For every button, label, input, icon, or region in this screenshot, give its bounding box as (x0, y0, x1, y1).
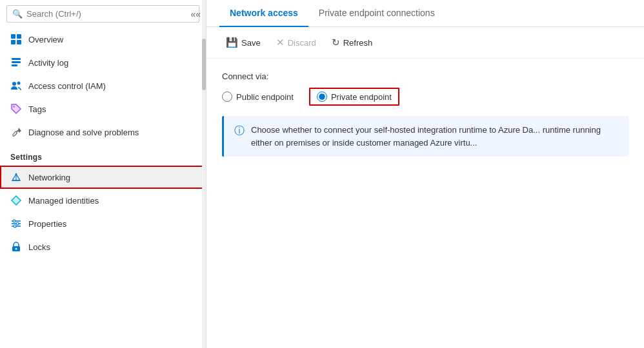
discard-button[interactable]: ✕ Discard (270, 34, 323, 52)
public-endpoint-option[interactable]: Public endpoint (222, 92, 294, 102)
grid-icon (10, 34, 22, 45)
public-endpoint-label: Public endpoint (236, 92, 294, 102)
tab-bar: Network access Private endpoint connecti… (206, 0, 644, 27)
settings-section-header: Settings (0, 144, 206, 166)
people-icon (10, 80, 22, 92)
sidebar-item-diagnose-label: Diagnose and solve problems (28, 128, 139, 137)
lock-icon (10, 241, 22, 253)
sidebar-item-iam-label: Access control (IAM) (28, 81, 106, 91)
sidebar-item-activity-log-label: Activity log (28, 58, 68, 68)
info-icon: ⓘ (234, 124, 245, 138)
svg-point-18 (15, 248, 17, 250)
svg-rect-5 (12, 61, 21, 63)
save-icon: 💾 (226, 37, 238, 48)
svg-rect-2 (11, 40, 15, 44)
private-endpoint-radio[interactable] (317, 92, 327, 102)
svg-point-15 (16, 222, 19, 225)
refresh-icon: ↻ (332, 37, 340, 48)
svg-point-14 (13, 220, 15, 222)
toolbar: 💾 Save ✕ Discard ↻ Refresh (206, 27, 644, 59)
sidebar-item-properties-label: Properties (28, 219, 66, 229)
svg-rect-1 (17, 34, 21, 39)
search-box[interactable]: 🔍 (6, 5, 199, 23)
log-icon (10, 57, 22, 68)
sidebar: 🔍 «« Overview Activity log (0, 0, 206, 348)
private-endpoint-option[interactable]: Private endpoint (317, 92, 392, 102)
search-icon: 🔍 (12, 9, 23, 19)
sidebar-item-managed-identities-label: Managed identities (28, 196, 99, 206)
connection-type-radio-group: Public endpoint Private endpoint (222, 88, 629, 106)
save-button[interactable]: 💾 Save (219, 34, 267, 52)
public-endpoint-radio[interactable] (222, 92, 232, 102)
tag-icon (10, 103, 22, 115)
svg-point-8 (17, 82, 21, 85)
tab-private-endpoint-connections[interactable]: Private endpoint connections (308, 0, 445, 27)
discard-icon: ✕ (276, 37, 285, 48)
sidebar-item-networking-label: Networking (28, 173, 70, 182)
sidebar-item-locks[interactable]: Locks (0, 235, 206, 258)
sliders-icon (10, 218, 22, 229)
svg-point-16 (14, 225, 16, 227)
content-area: Connect via: Public endpoint Private end… (206, 59, 644, 348)
tab-network-access[interactable]: Network access (219, 0, 308, 27)
sidebar-item-access-control[interactable]: Access control (IAM) (0, 74, 206, 97)
svg-rect-0 (11, 34, 15, 39)
main-content: Network access Private endpoint connecti… (206, 0, 644, 348)
sidebar-item-networking[interactable]: Networking (0, 166, 206, 189)
sidebar-item-overview-label: Overview (28, 35, 63, 44)
sidebar-item-tags-label: Tags (28, 104, 46, 114)
svg-point-10 (15, 173, 17, 175)
refresh-button[interactable]: ↻ Refresh (325, 34, 379, 52)
sidebar-item-diagnose[interactable]: Diagnose and solve problems (0, 121, 206, 144)
scrollbar-track (202, 0, 206, 348)
sidebar-item-tags[interactable]: Tags (0, 97, 206, 121)
svg-point-9 (13, 106, 14, 107)
private-endpoint-box: Private endpoint (309, 88, 399, 106)
private-endpoint-label: Private endpoint (331, 92, 392, 102)
connect-via-label: Connect via: (222, 72, 629, 81)
sidebar-item-overview[interactable]: Overview (0, 28, 206, 51)
network-icon (10, 171, 22, 183)
sidebar-item-properties[interactable]: Properties (0, 212, 206, 235)
info-text: Choose whether to connect your self-host… (251, 124, 618, 149)
diamond-icon (10, 195, 22, 206)
svg-point-7 (12, 82, 16, 86)
scrollbar-thumb[interactable] (202, 39, 206, 90)
wrench-icon (10, 126, 22, 138)
info-box: ⓘ Choose whether to connect your self-ho… (222, 116, 629, 157)
sidebar-item-managed-identities[interactable]: Managed identities (0, 189, 206, 212)
svg-rect-6 (12, 64, 17, 66)
sidebar-item-locks-label: Locks (28, 242, 50, 252)
sidebar-item-activity-log[interactable]: Activity log (0, 51, 206, 74)
search-input[interactable] (26, 9, 194, 19)
svg-rect-4 (12, 58, 21, 60)
svg-rect-3 (17, 40, 21, 44)
